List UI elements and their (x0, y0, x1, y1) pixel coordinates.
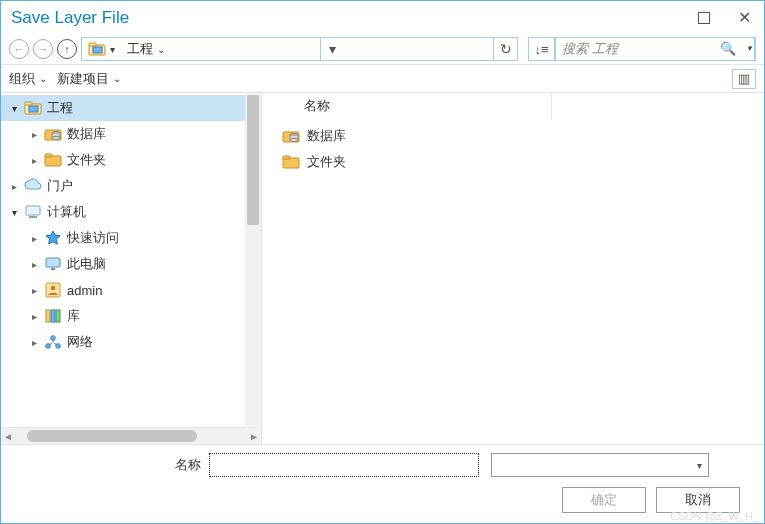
expand-icon[interactable]: ▸ (29, 285, 39, 296)
content-header: 名称 (262, 93, 764, 119)
path-segment[interactable]: 工程 ⌄ (121, 38, 171, 60)
tree-item[interactable]: ▸门户 (1, 173, 261, 199)
tree-item-label: 计算机 (47, 203, 86, 221)
path-label: 工程 (127, 40, 153, 58)
monitor-icon (44, 256, 62, 272)
column-name[interactable]: 名称 (262, 93, 552, 119)
chevron-down-icon: ⌄ (39, 73, 47, 84)
sort-box: ↓≡ 搜索 工程 🔍 ▾ (528, 37, 756, 61)
search-icon: 🔍 (720, 41, 736, 56)
tree-item-label: 快速访问 (67, 229, 119, 247)
tree-item[interactable]: ▾计算机 (1, 199, 261, 225)
database-icon (44, 126, 62, 142)
expand-icon[interactable]: ▸ (29, 233, 39, 244)
tree-item-label: 工程 (47, 99, 73, 117)
list-item-label: 数据库 (307, 127, 346, 145)
tree-item[interactable]: ▸文件夹 (1, 147, 261, 173)
scroll-thumb[interactable] (27, 430, 197, 442)
tree-item-label: 此电脑 (67, 255, 106, 273)
close-button[interactable]: ✕ (724, 3, 764, 33)
path-root-icon[interactable]: ▾ (82, 38, 121, 60)
tree-item-label: 数据库 (67, 125, 106, 143)
database-icon (282, 128, 300, 144)
list-item-label: 文件夹 (307, 153, 346, 171)
scroll-thumb[interactable] (247, 95, 259, 225)
expand-icon[interactable]: ▸ (29, 259, 39, 270)
options-bar: 组织 ⌄ 新建项目 ⌄ ▥ (1, 64, 764, 92)
new-item-label: 新建项目 (57, 70, 109, 88)
path-box[interactable]: ▾ 工程 ⌄ ▾ ↻ (81, 37, 518, 61)
search-input[interactable]: 搜索 工程 🔍 ▾ (555, 37, 755, 61)
titlebar: Save Layer File ✕ (1, 1, 764, 34)
tree-item[interactable]: ▸数据库 (1, 121, 261, 147)
watermark: CSDN @Z_W_H_ (670, 510, 759, 522)
chevron-down-icon: ⌄ (113, 73, 121, 84)
back-button[interactable]: ← (9, 39, 29, 59)
chevron-down-icon: ⌄ (157, 44, 165, 55)
folder-map-icon (24, 100, 42, 116)
organize-label: 组织 (9, 70, 35, 88)
expand-icon[interactable]: ▸ (29, 155, 39, 166)
chevron-down-icon[interactable]: ▾ (747, 43, 752, 53)
button-row: 确定 取消 (1, 487, 748, 513)
path-dropdown-button[interactable]: ▾ (320, 38, 344, 60)
tree-panel: ▾工程▸数据库▸文件夹▸门户▾计算机▸快速访问▸此电脑▸admin▸库▸网络 ◄… (1, 93, 262, 444)
organize-menu[interactable]: 组织 ⌄ (9, 70, 47, 88)
ok-button[interactable]: 确定 (562, 487, 646, 513)
tree-item[interactable]: ▸库 (1, 303, 261, 329)
search-placeholder: 搜索 工程 (562, 40, 618, 58)
content-list: 数据库文件夹 (262, 119, 764, 179)
content-panel: 名称 数据库文件夹 (262, 93, 764, 444)
folder-icon (282, 154, 300, 170)
expand-icon[interactable]: ▸ (9, 181, 19, 192)
expand-icon[interactable]: ▸ (29, 337, 39, 348)
forward-button[interactable]: → (33, 39, 53, 59)
vertical-scrollbar[interactable] (245, 93, 261, 426)
tree-item-label: 文件夹 (67, 151, 106, 169)
star-icon (44, 230, 62, 246)
nav-toolbar: ← → ↑ ▾ 工程 ⌄ ▾ ↻ ↓≡ 搜索 工程 🔍 ▾ (1, 34, 764, 64)
expand-icon[interactable]: ▸ (29, 129, 39, 140)
horizontal-scrollbar[interactable]: ◄► (1, 427, 261, 444)
tree-item-label: 库 (67, 307, 80, 325)
computer-icon (24, 204, 42, 220)
cloud-icon (24, 178, 42, 194)
name-input[interactable] (209, 453, 479, 477)
new-item-menu[interactable]: 新建项目 ⌄ (57, 70, 121, 88)
refresh-button[interactable]: ↻ (493, 38, 517, 60)
expand-icon[interactable]: ▾ (9, 103, 19, 114)
name-row: 名称 ▾ (1, 453, 748, 477)
window-title: Save Layer File (11, 8, 684, 28)
tree-item-label: 门户 (47, 177, 73, 195)
name-label: 名称 (121, 456, 201, 474)
folder-icon (44, 152, 62, 168)
tree-item[interactable]: ▾工程 (1, 95, 261, 121)
tree-item-label: 网络 (67, 333, 93, 351)
list-item[interactable]: 文件夹 (262, 149, 764, 175)
up-button[interactable]: ↑ (57, 39, 77, 59)
footer: 名称 ▾ 确定 取消 (1, 444, 764, 523)
sort-button[interactable]: ↓≡ (529, 38, 555, 60)
view-mode-button[interactable]: ▥ (732, 69, 756, 89)
tree-item-label: admin (67, 283, 102, 298)
tree: ▾工程▸数据库▸文件夹▸门户▾计算机▸快速访问▸此电脑▸admin▸库▸网络 (1, 93, 261, 427)
expand-icon[interactable]: ▾ (9, 207, 19, 218)
type-dropdown[interactable]: ▾ (491, 453, 709, 477)
list-item[interactable]: 数据库 (262, 123, 764, 149)
network-icon (44, 334, 62, 350)
tree-item[interactable]: ▸admin (1, 277, 261, 303)
user-icon (44, 282, 62, 298)
libraries-icon (44, 308, 62, 324)
chevron-down-icon: ▾ (110, 44, 115, 55)
tree-item[interactable]: ▸网络 (1, 329, 261, 355)
tree-item[interactable]: ▸此电脑 (1, 251, 261, 277)
maximize-button[interactable] (684, 3, 724, 33)
expand-icon[interactable]: ▸ (29, 311, 39, 322)
tree-item[interactable]: ▸快速访问 (1, 225, 261, 251)
main-area: ▾工程▸数据库▸文件夹▸门户▾计算机▸快速访问▸此电脑▸admin▸库▸网络 ◄… (1, 92, 764, 444)
